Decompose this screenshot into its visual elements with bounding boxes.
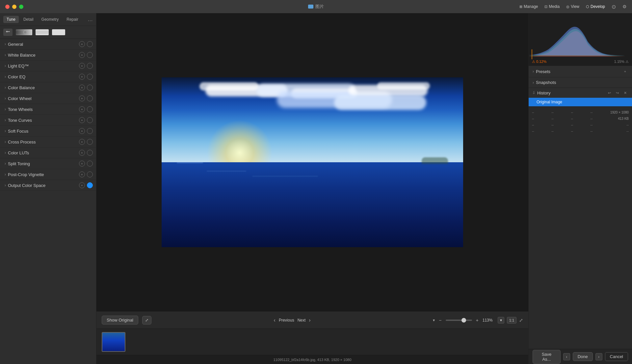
nav-item-media[interactable]: ⊡ Media	[544, 4, 560, 9]
chevron-icon	[5, 161, 6, 166]
adj-white-balance[interactable]: White Balance +	[0, 50, 96, 61]
tab-repair[interactable]: Repair	[63, 16, 81, 23]
adj-general-toggle[interactable]	[87, 41, 93, 47]
fit-button[interactable]: 1:1	[507, 317, 516, 324]
adj-output-color[interactable]: Output Color Space +	[0, 180, 96, 191]
svg-rect-4	[36, 31, 49, 34]
adj-tonecurves-info[interactable]: +	[79, 117, 85, 123]
history-header[interactable]: › History ↩ ↪ ✕	[529, 88, 632, 98]
adj-splittoning-toggle[interactable]	[87, 161, 93, 167]
tool-gradient-white[interactable]	[36, 29, 49, 35]
presets-add-button[interactable]: +	[622, 68, 628, 74]
adj-post-crop[interactable]: Post-Crop Vignette +	[0, 169, 96, 180]
adj-wb-label: White Balance	[8, 53, 36, 58]
adj-crossprocess-info[interactable]: +	[79, 139, 85, 145]
cancel-button[interactable]: Cancel	[605, 352, 628, 361]
prev-small-button[interactable]: ‹	[563, 353, 570, 360]
presets-header[interactable]: Presets +	[529, 66, 632, 77]
adj-general-info[interactable]: +	[79, 41, 85, 47]
tool-adjust-icon[interactable]	[3, 29, 13, 36]
zoom-dropdown[interactable]: ▾	[498, 317, 504, 324]
done-button[interactable]: Done	[573, 352, 593, 361]
adj-color-wheel[interactable]: Color Wheel +	[0, 93, 96, 104]
adj-postcrop-toggle[interactable]	[87, 171, 93, 177]
adj-coloreq-info[interactable]: +	[79, 74, 85, 80]
expand-button[interactable]: ⤢	[142, 316, 151, 325]
adj-colorluts-info[interactable]: +	[79, 150, 85, 156]
tool-icons-row	[0, 26, 96, 39]
tool-gradient-dark[interactable]	[16, 29, 32, 35]
show-original-button[interactable]: Show Original	[102, 316, 138, 325]
adj-tone-curves[interactable]: Tone Curves +	[0, 115, 96, 126]
tab-geometry[interactable]: Geometry	[38, 16, 62, 23]
adj-tonecurves-toggle[interactable]	[87, 117, 93, 123]
history-undo-button[interactable]: ↩	[606, 90, 612, 96]
adj-outputcolor-info[interactable]: +	[79, 182, 85, 188]
adj-general[interactable]: General +	[0, 39, 96, 50]
tab-tune[interactable]: Tune	[3, 16, 19, 23]
zoom-dropdown-icon[interactable]: ▾	[433, 318, 435, 323]
adj-softfocus-toggle[interactable]	[87, 128, 93, 134]
zoom-slider[interactable]	[446, 320, 472, 321]
adj-lighteq-toggle[interactable]	[87, 63, 93, 69]
adj-outputcolor-toggle[interactable]	[87, 182, 93, 188]
adj-coloreq-toggle[interactable]	[87, 74, 93, 80]
adj-color-luts[interactable]: Color LUTs +	[0, 147, 96, 158]
nav-item-manage[interactable]: ⊞ Manage	[519, 4, 538, 9]
adj-wb-info[interactable]: +	[79, 52, 85, 58]
tab-more-button[interactable]: …	[88, 16, 93, 22]
left-panel: Tune Detail Geometry Repair …	[0, 13, 96, 364]
adj-cross-process[interactable]: Cross Process +	[0, 137, 96, 147]
adj-light-eq[interactable]: Light EQ™ +	[0, 61, 96, 71]
thumbnail-image	[102, 333, 125, 351]
nav-item-view[interactable]: ◎ View	[566, 4, 579, 9]
tab-detail[interactable]: Detail	[20, 16, 37, 23]
history-redo-button[interactable]: ↪	[614, 90, 620, 96]
next-arrow-icon[interactable]: ›	[309, 317, 310, 323]
snapshots-header[interactable]: Snapshots	[529, 77, 632, 88]
adj-colorluts-toggle[interactable]	[87, 150, 93, 156]
adj-splittoning-info[interactable]: +	[79, 161, 85, 167]
adj-split-toning[interactable]: Split Toning +	[0, 158, 96, 169]
close-button[interactable]	[5, 5, 10, 9]
chevron-icon	[5, 42, 6, 46]
fullscreen-icon[interactable]: ⤢	[519, 318, 523, 323]
adj-colorbal-info[interactable]: +	[79, 85, 85, 91]
adj-colorwheel-info[interactable]: +	[79, 95, 85, 101]
adj-color-balance[interactable]: Color Balance +	[0, 82, 96, 93]
adj-colorbal-toggle[interactable]	[87, 85, 93, 91]
adj-tonewheels-toggle[interactable]	[87, 106, 93, 112]
adj-tonewheels-info[interactable]: +	[79, 106, 85, 112]
adj-crossprocess-toggle[interactable]	[87, 139, 93, 145]
next-small-button[interactable]: ›	[595, 353, 602, 360]
adj-softfocus-info[interactable]: +	[79, 128, 85, 134]
adj-color-eq[interactable]: Color EQ +	[0, 71, 96, 82]
nav-profile-icon[interactable]: ⊙	[612, 4, 616, 10]
history-clear-button[interactable]: ✕	[622, 90, 628, 96]
previous-label[interactable]: Previous	[279, 318, 294, 323]
thumbnail-item[interactable]	[102, 332, 125, 352]
zoom-plus-button[interactable]: +	[475, 317, 480, 324]
nav-settings-icon[interactable]: ⚙	[622, 4, 627, 9]
prev-arrow-icon[interactable]: ‹	[274, 317, 276, 323]
adj-wb-toggle[interactable]	[87, 52, 93, 58]
history-original-item[interactable]: Original Image	[529, 98, 632, 106]
image-viewport[interactable]	[96, 13, 528, 311]
adj-crossprocess-label: Cross Process	[8, 140, 36, 144]
next-label[interactable]: Next	[298, 318, 306, 323]
nav-item-develop[interactable]: ⬡ Develop	[586, 4, 605, 9]
tool-gradient-white2[interactable]	[52, 29, 65, 35]
adj-soft-focus[interactable]: Soft Focus +	[0, 126, 96, 137]
zoom-minus-button[interactable]: −	[437, 317, 443, 324]
adjustments-list: General + White Balance +	[0, 39, 96, 364]
adj-tone-wheels[interactable]: Tone Wheels +	[0, 104, 96, 115]
zoom-slider-thumb[interactable]	[461, 318, 466, 323]
history-section: › History ↩ ↪ ✕ Original Image	[529, 88, 632, 107]
save-as-button[interactable]: Save As...	[533, 350, 561, 364]
maximize-button[interactable]	[19, 5, 23, 9]
adj-colorwheel-toggle[interactable]	[87, 95, 93, 101]
adj-postcrop-info[interactable]: +	[79, 171, 85, 177]
zoom-percent-label: 113%	[483, 318, 495, 323]
minimize-button[interactable]	[12, 5, 16, 9]
adj-lighteq-info[interactable]: +	[79, 63, 85, 69]
